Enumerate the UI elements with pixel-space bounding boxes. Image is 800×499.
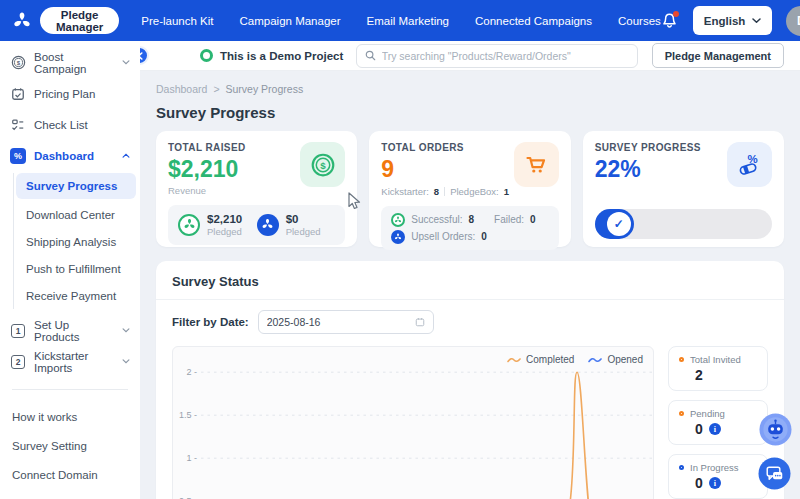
nav-link-campaign-manager[interactable]: Campaign Manager	[240, 15, 341, 27]
sidebar-item-check-list[interactable]: Check List	[0, 109, 140, 140]
progress-check-icon: ✓	[607, 212, 631, 236]
brand-logo-icon	[12, 10, 32, 32]
pledged-label: Pledged	[207, 226, 242, 237]
sidebar-collapse-button[interactable]	[140, 46, 149, 65]
sidebar-item-pricing-plan[interactable]: Pricing Plan	[0, 78, 140, 109]
sidebar-item-dashboard[interactable]: % Dashboard	[0, 140, 140, 171]
chatbot-assistant-button[interactable]	[759, 413, 792, 446]
sidebar-item-survey-progress[interactable]: Survey Progress	[16, 173, 136, 199]
date-picker[interactable]	[258, 310, 434, 334]
stat-dot	[679, 465, 684, 470]
sidebar-item-set-up-products[interactable]: 1 Set Up Products	[0, 315, 140, 346]
language-selector[interactable]: English	[693, 6, 773, 35]
sidebar-item-label: Boost Campaign	[34, 51, 114, 75]
global-search[interactable]	[356, 44, 638, 68]
sidebar-item-how-it-works[interactable]: How it works	[0, 402, 140, 431]
stat-value: 0	[695, 421, 703, 437]
demo-project-icon	[200, 49, 213, 62]
survey-progress-bar-fill: ✓	[595, 209, 634, 239]
page-title: Survey Progress	[156, 104, 784, 121]
sidebar-item-push-to-fulfillment[interactable]: Push to Fulfillment	[16, 255, 136, 282]
search-input[interactable]	[382, 50, 629, 62]
pledged-green-item: $2,210 Pledged	[178, 212, 257, 238]
orders-upsell-row: Upsell Orders:0	[391, 228, 548, 245]
date-input[interactable]	[267, 316, 415, 328]
nav-link-courses[interactable]: Courses	[618, 15, 661, 27]
breadcrumb-parent[interactable]: Dashboard	[156, 83, 207, 95]
stat-dot	[679, 357, 684, 362]
survey-status-section: Survey Status Filter by Date:	[156, 261, 784, 499]
pledgebox-blue-icon	[391, 230, 405, 244]
filter-by-date-label: Filter by Date:	[172, 316, 249, 328]
sidebar: $ Boost Campaign Pricing Plan Check List	[0, 41, 140, 499]
sidebar-item-label: Pricing Plan	[34, 88, 95, 100]
svg-text:$: $	[16, 60, 20, 66]
info-icon[interactable]: i	[709, 477, 721, 489]
page-content: Dashboard > Survey Progress Survey Progr…	[140, 71, 800, 499]
sidebar-item-shipping-analysis[interactable]: Shipping Analysis	[16, 228, 136, 255]
demo-project-label: This is a Demo Project	[220, 50, 343, 62]
nav-link-prelaunch-kit[interactable]: Pre-launch Kit	[141, 15, 213, 27]
stat-value: 2	[695, 367, 703, 383]
nav-link-connected-campaigns[interactable]: Connected Campaigns	[475, 15, 592, 27]
sidebar-item-boost-campaign[interactable]: $ Boost Campaign	[0, 47, 140, 78]
breadcrumb-separator: >	[213, 83, 219, 95]
sidebar-item-connect-domain[interactable]: Connect Domain	[0, 460, 140, 489]
stat-card-in-progress: In Progress 0 i	[668, 454, 768, 499]
pledged-breakdown: $2,210 Pledged $0 Pledged	[168, 205, 345, 245]
top-navigation: Pledge Manager Pre-launch Kit Campaign M…	[0, 0, 800, 41]
user-avatar[interactable]: D	[786, 6, 800, 36]
chevron-down-icon	[122, 328, 130, 333]
dashboard-submenu: Survey Progress Download Center Shipping…	[13, 173, 136, 309]
chart-plot-area	[201, 355, 654, 499]
card-total-raised: TOTAL RAISED $2,210 Revenue $	[156, 131, 357, 247]
survey-progress-value: 22%	[595, 156, 701, 183]
sidebar-item-label: Dashboard	[34, 150, 94, 162]
live-chat-button[interactable]	[758, 457, 791, 490]
pledged-amount: $2,210	[207, 212, 242, 226]
pledgebox-green-icon	[178, 214, 200, 236]
chevron-left-icon	[140, 52, 143, 60]
notification-bell-icon[interactable]	[661, 12, 679, 30]
pledged-blue-item: $0 Pledged	[257, 212, 336, 238]
sidebar-item-kickstarter-imports[interactable]: 2 Kickstarter Imports	[0, 346, 140, 377]
stat-value: 0	[695, 475, 703, 491]
svg-text:$: $	[320, 159, 326, 170]
dashboard-icon: %	[10, 148, 26, 164]
stat-card-pending: Pending 0 i	[668, 400, 768, 445]
pledgebox-green-icon	[391, 213, 405, 227]
sidebar-item-label: Kickstarter Imports	[34, 350, 114, 374]
sidebar-item-label: Check List	[34, 119, 88, 131]
survey-status-chart: Completed Opened 2 -1.5 -1 -0.5 -	[172, 346, 654, 499]
stat-cards-row: TOTAL RAISED $2,210 Revenue $	[156, 131, 784, 247]
sidebar-divider	[12, 389, 128, 390]
pledged-amount: $0	[286, 212, 321, 226]
pledge-management-button[interactable]: Pledge Management	[652, 43, 784, 68]
nav-right-cluster: English D	[661, 6, 800, 36]
sidebar-item-receive-payment[interactable]: Receive Payment	[16, 282, 136, 309]
orders-breakdown: Successful:8 Failed:0 Upsell Orders:0	[381, 206, 558, 250]
dollar-coin-icon: $	[300, 142, 345, 187]
pledged-label: Pledged	[286, 226, 321, 237]
revenue-label: Revenue	[168, 185, 246, 196]
survey-progress-bar[interactable]: ✓	[595, 209, 772, 239]
shopping-cart-icon	[514, 142, 559, 187]
info-icon[interactable]: i	[709, 423, 721, 435]
coin-icon: $	[10, 55, 26, 71]
pledgebox-blue-icon	[257, 214, 279, 236]
calendar-icon	[415, 317, 425, 327]
total-orders-value: 9	[381, 156, 509, 183]
nav-link-email-marketing[interactable]: Email Marketing	[367, 15, 449, 27]
card-label: SURVEY PROGRESS	[595, 142, 701, 153]
stat-label: Pending	[690, 408, 725, 419]
sidebar-item-survey-setting[interactable]: Survey Setting	[0, 431, 140, 460]
sidebar-item-download-center[interactable]: Download Center	[16, 201, 136, 228]
calendar-check-icon	[10, 86, 26, 102]
card-label: TOTAL RAISED	[168, 142, 246, 153]
search-icon	[365, 50, 376, 61]
demo-project-banner: This is a Demo Project	[200, 49, 343, 62]
total-raised-value: $2,210	[168, 156, 246, 183]
notification-badge	[673, 11, 679, 17]
nav-tab-pledge-manager[interactable]: Pledge Manager	[40, 7, 119, 34]
orders-source-line: Kickstarter:8 PledgeBox:1	[381, 186, 509, 197]
